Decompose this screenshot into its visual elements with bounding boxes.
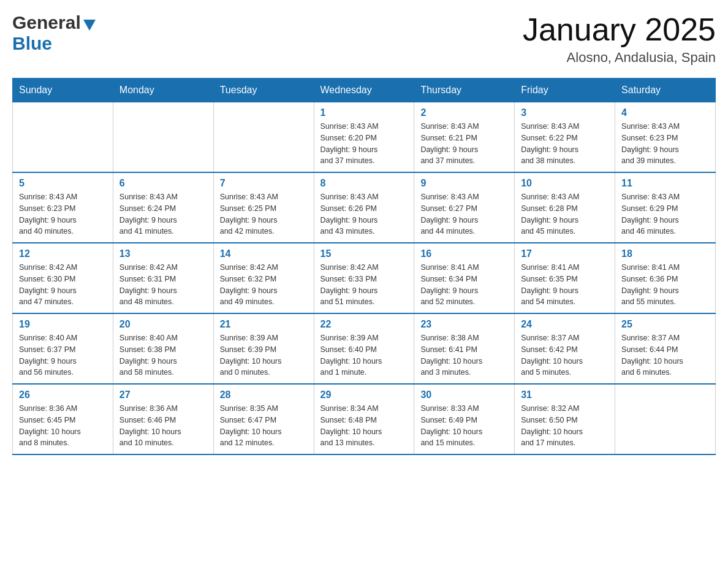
- day-number: 31: [521, 389, 609, 400]
- calendar-cell: 11Sunrise: 8:43 AM Sunset: 6:29 PM Dayli…: [615, 172, 716, 243]
- day-info: Sunrise: 8:43 AM Sunset: 6:28 PM Dayligh…: [521, 191, 609, 237]
- week-row-1: 1Sunrise: 8:43 AM Sunset: 6:20 PM Daylig…: [13, 102, 716, 173]
- day-number: 19: [19, 319, 107, 330]
- column-header-friday: Friday: [515, 79, 615, 102]
- day-number: 29: [320, 389, 408, 400]
- calendar-cell: 8Sunrise: 8:43 AM Sunset: 6:26 PM Daylig…: [314, 172, 414, 243]
- day-info: Sunrise: 8:42 AM Sunset: 6:31 PM Dayligh…: [119, 262, 207, 308]
- calendar-cell: 19Sunrise: 8:40 AM Sunset: 6:37 PM Dayli…: [13, 313, 113, 384]
- logo: GeneralBlue: [12, 12, 96, 54]
- day-number: 22: [320, 319, 408, 330]
- page-header: GeneralBlue January 2025 Alosno, Andalus…: [12, 12, 716, 66]
- day-info: Sunrise: 8:43 AM Sunset: 6:21 PM Dayligh…: [420, 121, 508, 167]
- calendar-title: January 2025: [523, 12, 716, 47]
- column-header-saturday: Saturday: [615, 79, 716, 102]
- calendar-cell: [615, 384, 716, 454]
- day-number: 11: [621, 178, 709, 189]
- day-info: Sunrise: 8:43 AM Sunset: 6:26 PM Dayligh…: [320, 191, 408, 237]
- day-info: Sunrise: 8:41 AM Sunset: 6:35 PM Dayligh…: [521, 262, 609, 308]
- day-info: Sunrise: 8:42 AM Sunset: 6:32 PM Dayligh…: [220, 262, 308, 308]
- day-info: Sunrise: 8:40 AM Sunset: 6:37 PM Dayligh…: [19, 332, 107, 378]
- calendar-cell: 14Sunrise: 8:42 AM Sunset: 6:32 PM Dayli…: [213, 243, 314, 313]
- column-header-tuesday: Tuesday: [213, 79, 314, 102]
- logo-general-text: General: [12, 12, 81, 33]
- day-number: 25: [621, 319, 709, 330]
- calendar-cell: 28Sunrise: 8:35 AM Sunset: 6:47 PM Dayli…: [213, 384, 314, 454]
- day-info: Sunrise: 8:36 AM Sunset: 6:46 PM Dayligh…: [119, 403, 207, 449]
- day-info: Sunrise: 8:40 AM Sunset: 6:38 PM Dayligh…: [119, 332, 207, 378]
- day-number: 4: [621, 107, 709, 118]
- calendar-cell: 1Sunrise: 8:43 AM Sunset: 6:20 PM Daylig…: [314, 102, 414, 173]
- day-number: 7: [220, 178, 308, 189]
- header-row: SundayMondayTuesdayWednesdayThursdayFrid…: [13, 79, 716, 102]
- calendar-subtitle: Alosno, Andalusia, Spain: [523, 50, 716, 66]
- week-row-5: 26Sunrise: 8:36 AM Sunset: 6:45 PM Dayli…: [13, 384, 716, 454]
- calendar-cell: 25Sunrise: 8:37 AM Sunset: 6:44 PM Dayli…: [615, 313, 716, 384]
- day-info: Sunrise: 8:39 AM Sunset: 6:39 PM Dayligh…: [220, 332, 308, 378]
- day-number: 16: [420, 248, 508, 259]
- calendar-cell: [113, 102, 213, 173]
- day-info: Sunrise: 8:43 AM Sunset: 6:27 PM Dayligh…: [420, 191, 508, 237]
- week-row-4: 19Sunrise: 8:40 AM Sunset: 6:37 PM Dayli…: [13, 313, 716, 384]
- logo-blue-text: Blue: [12, 33, 52, 53]
- calendar-cell: 26Sunrise: 8:36 AM Sunset: 6:45 PM Dayli…: [13, 384, 113, 454]
- column-header-monday: Monday: [113, 79, 213, 102]
- calendar-cell: 3Sunrise: 8:43 AM Sunset: 6:22 PM Daylig…: [515, 102, 615, 173]
- day-info: Sunrise: 8:37 AM Sunset: 6:44 PM Dayligh…: [621, 332, 709, 378]
- day-number: 9: [420, 178, 508, 189]
- calendar-cell: 6Sunrise: 8:43 AM Sunset: 6:24 PM Daylig…: [113, 172, 213, 243]
- day-number: 27: [119, 389, 207, 400]
- calendar-cell: 23Sunrise: 8:38 AM Sunset: 6:41 PM Dayli…: [414, 313, 515, 384]
- day-number: 30: [420, 389, 508, 400]
- day-number: 10: [521, 178, 609, 189]
- day-info: Sunrise: 8:33 AM Sunset: 6:49 PM Dayligh…: [420, 403, 508, 449]
- day-number: 15: [320, 248, 408, 259]
- day-number: 17: [521, 248, 609, 259]
- calendar-cell: 10Sunrise: 8:43 AM Sunset: 6:28 PM Dayli…: [515, 172, 615, 243]
- day-number: 8: [320, 178, 408, 189]
- calendar-cell: 20Sunrise: 8:40 AM Sunset: 6:38 PM Dayli…: [113, 313, 213, 384]
- calendar-cell: 7Sunrise: 8:43 AM Sunset: 6:25 PM Daylig…: [213, 172, 314, 243]
- title-block: January 2025 Alosno, Andalusia, Spain: [523, 12, 716, 66]
- day-number: 12: [19, 248, 107, 259]
- day-number: 14: [220, 248, 308, 259]
- day-number: 28: [220, 389, 308, 400]
- calendar-cell: [13, 102, 113, 173]
- calendar-cell: 15Sunrise: 8:42 AM Sunset: 6:33 PM Dayli…: [314, 243, 414, 313]
- calendar-cell: 18Sunrise: 8:41 AM Sunset: 6:36 PM Dayli…: [615, 243, 716, 313]
- calendar-cell: 2Sunrise: 8:43 AM Sunset: 6:21 PM Daylig…: [414, 102, 515, 173]
- day-info: Sunrise: 8:42 AM Sunset: 6:30 PM Dayligh…: [19, 262, 107, 308]
- day-info: Sunrise: 8:36 AM Sunset: 6:45 PM Dayligh…: [19, 403, 107, 449]
- logo-triangle-icon: [83, 20, 96, 31]
- week-row-3: 12Sunrise: 8:42 AM Sunset: 6:30 PM Dayli…: [13, 243, 716, 313]
- day-number: 20: [119, 319, 207, 330]
- day-number: 24: [521, 319, 609, 330]
- calendar-cell: 12Sunrise: 8:42 AM Sunset: 6:30 PM Dayli…: [13, 243, 113, 313]
- day-number: 13: [119, 248, 207, 259]
- calendar-cell: 4Sunrise: 8:43 AM Sunset: 6:23 PM Daylig…: [615, 102, 716, 173]
- day-number: 18: [621, 248, 709, 259]
- day-number: 1: [320, 107, 408, 118]
- day-info: Sunrise: 8:34 AM Sunset: 6:48 PM Dayligh…: [320, 403, 408, 449]
- day-info: Sunrise: 8:42 AM Sunset: 6:33 PM Dayligh…: [320, 262, 408, 308]
- calendar-cell: 9Sunrise: 8:43 AM Sunset: 6:27 PM Daylig…: [414, 172, 515, 243]
- day-info: Sunrise: 8:39 AM Sunset: 6:40 PM Dayligh…: [320, 332, 408, 378]
- calendar-cell: 24Sunrise: 8:37 AM Sunset: 6:42 PM Dayli…: [515, 313, 615, 384]
- calendar-cell: 5Sunrise: 8:43 AM Sunset: 6:23 PM Daylig…: [13, 172, 113, 243]
- day-number: 6: [119, 178, 207, 189]
- calendar-cell: 22Sunrise: 8:39 AM Sunset: 6:40 PM Dayli…: [314, 313, 414, 384]
- calendar-cell: 29Sunrise: 8:34 AM Sunset: 6:48 PM Dayli…: [314, 384, 414, 454]
- column-header-wednesday: Wednesday: [314, 79, 414, 102]
- day-info: Sunrise: 8:43 AM Sunset: 6:20 PM Dayligh…: [320, 121, 408, 167]
- calendar-table: SundayMondayTuesdayWednesdayThursdayFrid…: [12, 78, 716, 455]
- day-info: Sunrise: 8:43 AM Sunset: 6:29 PM Dayligh…: [621, 191, 709, 237]
- day-number: 5: [19, 178, 107, 189]
- day-number: 21: [220, 319, 308, 330]
- day-info: Sunrise: 8:43 AM Sunset: 6:23 PM Dayligh…: [621, 121, 709, 167]
- day-number: 26: [19, 389, 107, 400]
- calendar-cell: 16Sunrise: 8:41 AM Sunset: 6:34 PM Dayli…: [414, 243, 515, 313]
- column-header-thursday: Thursday: [414, 79, 515, 102]
- day-info: Sunrise: 8:43 AM Sunset: 6:24 PM Dayligh…: [119, 191, 207, 237]
- day-number: 23: [420, 319, 508, 330]
- calendar-cell: 13Sunrise: 8:42 AM Sunset: 6:31 PM Dayli…: [113, 243, 213, 313]
